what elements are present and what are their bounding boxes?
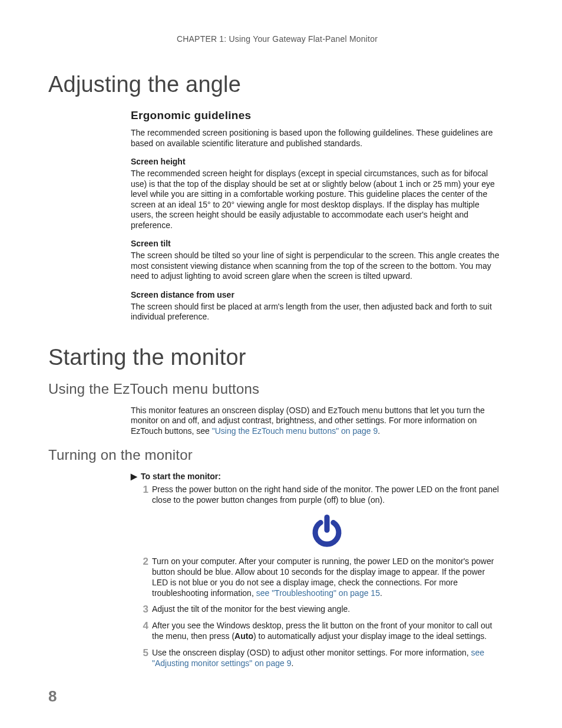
paragraph: The screen should be tilted so your line… [131,251,502,282]
heading-turning-on-monitor: Turning on the monitor [48,447,506,463]
arrow-icon: ▶ [131,472,137,481]
text: . [291,658,293,668]
paragraph: This monitor features an onscreen displa… [131,406,502,437]
step-text: Press the power button on the right hand… [152,485,499,505]
xref-troubleshooting[interactable]: see "Troubleshooting" on page 15 [256,588,380,598]
heading-starting-monitor: Starting the monitor [48,345,506,370]
xref-eztouch-buttons[interactable]: "Using the EzTouch menu buttons" on page… [212,426,378,436]
heading-screen-height: Screen height [131,157,502,166]
power-icon [310,514,344,548]
step-text: Adjust the tilt of the monitor for the b… [152,604,350,614]
heading-eztouch-buttons: Using the EzTouch menu buttons [48,381,506,397]
paragraph: The screen should first be placed at arm… [131,302,502,322]
procedure-lead-text: To start the monitor: [141,472,221,481]
step-text: Use the onscreen display (OSD) to adjust… [152,648,471,657]
step-item: Adjust the tilt of the monitor for the b… [131,604,502,615]
step-item: Use the onscreen display (OSD) to adjust… [131,648,502,669]
step-item: Turn on your computer. After your comput… [131,556,502,599]
step-text: ) to automatically adjust your display i… [253,631,487,641]
heading-adjusting-angle: Adjusting the angle [48,72,506,97]
heading-screen-distance: Screen distance from user [131,290,502,299]
paragraph: The recommended screen height for displa… [131,169,502,230]
heading-screen-tilt: Screen tilt [131,239,502,248]
step-item: Press the power button on the right hand… [131,485,502,548]
page-number: 8 [48,687,57,706]
chapter-header: CHAPTER 1: Using Your Gateway Flat-Panel… [48,34,506,44]
procedure-lead: ▶To start the monitor: [131,472,502,481]
auto-label: Auto [234,631,253,641]
text: . [378,426,380,436]
heading-ergonomic-guidelines: Ergonomic guidelines [131,109,502,122]
step-item: After you see the Windows desktop, press… [131,621,502,642]
text: . [380,588,382,598]
paragraph: The recommended screen positioning is ba… [131,128,502,149]
